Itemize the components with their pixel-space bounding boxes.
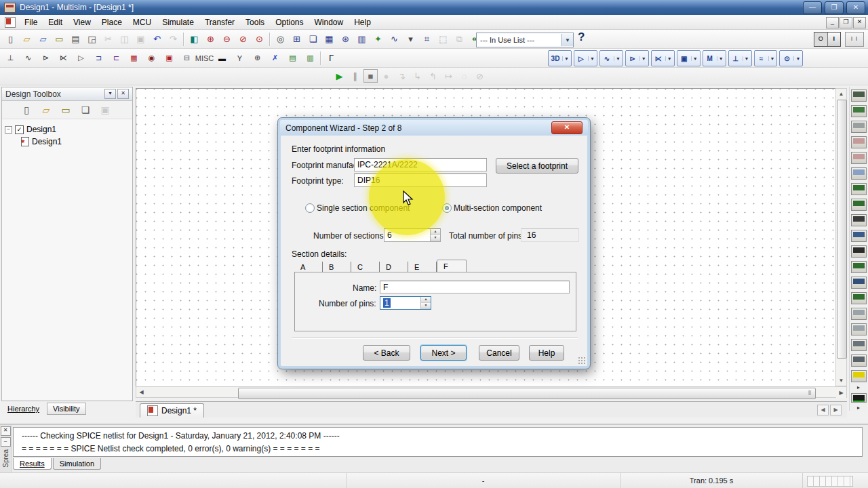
save-design-icon[interactable]: ▭ xyxy=(59,103,73,117)
agilent-multimeter-icon[interactable] xyxy=(851,323,867,336)
spreadsheet-close-icon[interactable]: ✕ xyxy=(1,426,11,436)
network-analyzer-icon[interactable] xyxy=(851,292,867,304)
menu-item[interactable]: Simulate xyxy=(157,16,199,29)
place-ni-component-icon[interactable]: ✗ xyxy=(267,51,283,66)
place-mcu-icon[interactable]: ▥ xyxy=(302,51,318,66)
dropdown-arrow-icon[interactable]: ▼ xyxy=(717,56,725,61)
dropdown-arrow-icon[interactable]: ▼ xyxy=(639,56,648,61)
signal-source-components-button[interactable]: ⊙ ▼ xyxy=(779,50,803,66)
step-over-icon[interactable]: ↳ xyxy=(410,69,425,83)
dropdown-arrow-icon[interactable]: ▼ xyxy=(691,56,699,61)
minimize-button[interactable]: — xyxy=(803,1,822,14)
new-file-icon[interactable]: ▯ xyxy=(3,32,18,47)
function-generator-icon[interactable] xyxy=(851,105,867,117)
place-electromechanical-icon[interactable]: ⊕ xyxy=(250,51,265,66)
place-cmos-icon[interactable]: ⊏ xyxy=(108,51,124,66)
tree-child-label[interactable]: Design1 xyxy=(32,137,62,146)
tree-expand-icon[interactable]: − xyxy=(5,126,12,134)
misc-components-button[interactable]: M ▼ xyxy=(703,50,726,66)
menu-item[interactable]: Window xyxy=(309,16,349,29)
section-tab[interactable]: E xyxy=(408,262,437,272)
open-sample-icon[interactable]: ▱ xyxy=(35,32,51,47)
section-tab[interactable]: F xyxy=(437,260,467,273)
dropdown-arrow-icon[interactable]: ▼ xyxy=(614,56,622,61)
footprint-type-input[interactable] xyxy=(354,174,487,187)
mdi-minimize-button[interactable]: _ xyxy=(826,17,839,28)
menu-item[interactable]: Options xyxy=(270,16,309,29)
place-analog-icon[interactable]: ▷ xyxy=(73,51,89,66)
distortion-analyzer-icon[interactable] xyxy=(851,261,867,273)
menu-item[interactable]: File xyxy=(19,16,43,29)
tree-root-row[interactable]: − ✓ Design1 xyxy=(5,123,130,136)
place-bus-icon[interactable]: Γ xyxy=(323,51,339,66)
menu-item[interactable]: Edit xyxy=(43,16,68,29)
iv-analyzer-icon[interactable] xyxy=(851,245,867,258)
place-advanced-peripherals-icon[interactable]: ▬ xyxy=(214,51,230,66)
place-basic-icon[interactable]: ∿ xyxy=(20,51,36,66)
menu-item[interactable]: Place xyxy=(96,16,127,29)
postprocessor-icon[interactable]: ⌗ xyxy=(419,32,435,47)
3d-components-button[interactable]: 3D ▼ xyxy=(548,50,572,66)
section-pins-value[interactable]: 1 xyxy=(383,298,391,308)
tab-hierarchy[interactable]: Hierarchy xyxy=(1,403,45,415)
scroll-up-icon[interactable]: ▲ xyxy=(836,89,846,99)
rated-components-button[interactable]: ≈ ▼ xyxy=(754,50,778,66)
place-rf-icon[interactable]: Y xyxy=(232,51,248,66)
save-icon[interactable]: ▭ xyxy=(52,32,67,47)
zoom-fit-icon[interactable]: ⊙ xyxy=(252,32,267,47)
number-of-sections-spinner[interactable]: 6 ▲▼ xyxy=(384,228,441,242)
footprint-manufacturer-input[interactable] xyxy=(354,158,487,171)
mdi-restore-button[interactable]: ❐ xyxy=(840,17,852,28)
basic-components-button[interactable]: ∿ ▼ xyxy=(599,50,623,66)
scroll-right-icon[interactable]: ▶ xyxy=(836,388,846,398)
scroll-left-icon[interactable]: ◀ xyxy=(136,387,146,397)
stop-simulation-icon[interactable]: ■ xyxy=(363,69,378,83)
section-tab[interactable]: D xyxy=(380,262,408,272)
transistor-components-button[interactable]: ⋉ ▼ xyxy=(651,50,675,66)
tab-visibility[interactable]: Visibility xyxy=(47,403,86,415)
agilent-function-generator-icon[interactable] xyxy=(851,308,867,320)
tab-scroll-right-icon[interactable]: ▶ xyxy=(830,405,842,415)
zoom-in-icon[interactable]: ⊕ xyxy=(203,32,218,47)
pause-switch-button[interactable]: I I xyxy=(845,32,864,47)
undo-icon[interactable]: ↶ xyxy=(149,32,165,47)
run-to-cursor-icon[interactable]: ↦ xyxy=(441,69,456,83)
diode-components-button[interactable]: ⊳ ▼ xyxy=(625,50,649,66)
step-out-icon[interactable]: ↰ xyxy=(426,69,440,83)
element-list-icon[interactable]: ▥ xyxy=(354,32,370,47)
measurement-probe-icon[interactable] xyxy=(851,370,867,382)
section-tab[interactable]: B xyxy=(323,262,351,272)
cut-icon[interactable]: ✂ xyxy=(100,32,116,47)
dropdown-arrow-icon[interactable]: ▼ xyxy=(743,56,751,61)
hierarchy-icon[interactable]: ⧉ xyxy=(452,32,467,47)
document-tab[interactable]: Design1 * xyxy=(140,403,204,418)
multimeter-icon[interactable] xyxy=(851,89,867,102)
section-tab[interactable]: A xyxy=(294,262,323,272)
menu-item[interactable]: View xyxy=(68,16,96,29)
tab-simulation[interactable]: Simulation xyxy=(53,458,101,470)
help-icon[interactable]: ? xyxy=(578,30,585,44)
spin-down-icon[interactable]: ▼ xyxy=(431,235,440,241)
cancel-button[interactable]: Cancel xyxy=(479,345,519,361)
horizontal-scroll-thumb[interactable] xyxy=(238,388,816,399)
single-section-radio[interactable] xyxy=(305,203,315,213)
grapher-dropdown-icon[interactable]: ▾ xyxy=(403,32,418,47)
probe-dropdown-icon[interactable]: ▸ xyxy=(857,385,860,390)
zoom-out-icon[interactable]: ⊖ xyxy=(219,32,235,47)
place-power-icon[interactable]: ⊟ xyxy=(179,51,195,66)
tree-root-label[interactable]: Design1 xyxy=(26,125,56,134)
mdi-close-button[interactable]: ✕ xyxy=(853,17,866,28)
dialog-close-icon[interactable]: ✕ xyxy=(551,121,583,134)
place-source-icon[interactable]: ⊥ xyxy=(3,51,18,66)
back-button[interactable]: < Back xyxy=(363,345,410,361)
place-connector-icon[interactable]: ▤ xyxy=(285,51,300,66)
tree-child-row[interactable]: Design1 xyxy=(5,136,130,148)
zoom-area-icon[interactable]: ⊘ xyxy=(235,32,251,47)
pause-simulation-icon[interactable]: ∥ xyxy=(348,69,362,83)
combobox-arrow-icon[interactable]: ▼ xyxy=(561,34,573,46)
dropdown-arrow-icon[interactable]: ▼ xyxy=(665,56,673,61)
find-icon[interactable]: ◎ xyxy=(273,32,288,47)
dialog-resize-grip[interactable] xyxy=(578,357,586,365)
spectrum-analyzer-icon[interactable] xyxy=(851,277,867,289)
labview-instruments-icon[interactable] xyxy=(851,393,867,403)
